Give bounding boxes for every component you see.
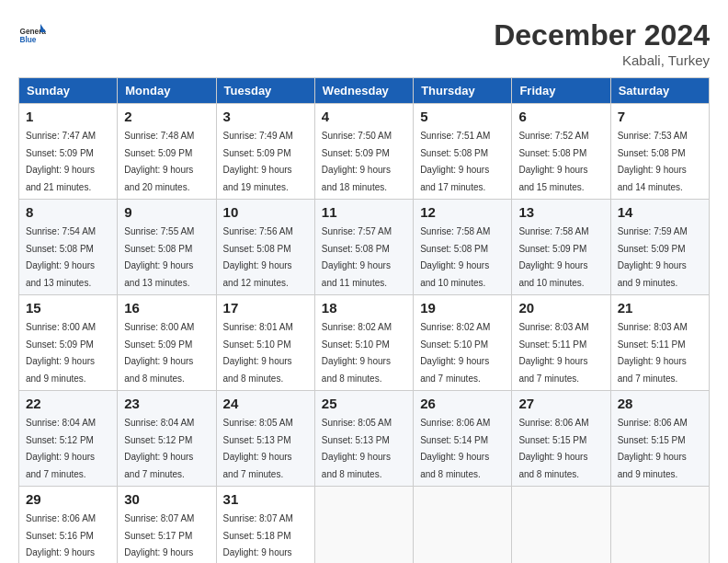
day-number: 4: [322, 109, 406, 124]
day-info: Sunrise: 7:55 AMSunset: 5:08 PMDaylight:…: [124, 226, 194, 288]
day-cell: 1 Sunrise: 7:47 AMSunset: 5:09 PMDayligh…: [19, 104, 118, 200]
day-number: 17: [223, 300, 308, 316]
header-monday: Monday: [118, 78, 216, 104]
day-info: Sunrise: 7:58 AMSunset: 5:09 PMDaylight:…: [518, 226, 588, 288]
calendar-row: 8 Sunrise: 7:54 AMSunset: 5:08 PMDayligh…: [19, 200, 710, 295]
day-number: 3: [223, 109, 308, 124]
day-info: Sunrise: 8:05 AMSunset: 5:13 PMDaylight:…: [322, 418, 392, 479]
day-cell: 21 Sunrise: 8:03 AMSunset: 5:11 PMDaylig…: [610, 295, 709, 391]
day-cell: 10 Sunrise: 7:56 AMSunset: 5:08 PMDaylig…: [216, 200, 314, 295]
calendar-table: Sunday Monday Tuesday Wednesday Thursday…: [18, 77, 710, 563]
calendar-row: 1 Sunrise: 7:47 AMSunset: 5:09 PMDayligh…: [19, 104, 710, 200]
day-cell: 24 Sunrise: 8:05 AMSunset: 5:13 PMDaylig…: [216, 391, 314, 487]
calendar-row: 29 Sunrise: 8:06 AMSunset: 5:16 PMDaylig…: [19, 487, 710, 564]
day-info: Sunrise: 8:00 AMSunset: 5:09 PMDaylight:…: [124, 322, 194, 384]
day-number: 6: [518, 109, 603, 124]
day-info: Sunrise: 7:52 AMSunset: 5:08 PMDaylight:…: [518, 131, 588, 192]
calendar-row: 22 Sunrise: 8:04 AMSunset: 5:12 PMDaylig…: [19, 391, 710, 487]
day-number: 9: [124, 204, 209, 220]
day-number: 31: [223, 491, 308, 507]
day-number: 8: [26, 204, 110, 220]
day-cell: 17 Sunrise: 8:01 AMSunset: 5:10 PMDaylig…: [216, 295, 314, 391]
day-number: 12: [420, 204, 505, 220]
day-info: Sunrise: 7:48 AMSunset: 5:09 PMDaylight:…: [124, 131, 194, 192]
day-number: 29: [26, 491, 110, 507]
day-info: Sunrise: 8:03 AMSunset: 5:11 PMDaylight:…: [518, 322, 588, 384]
location-subtitle: Kabali, Turkey: [494, 52, 710, 68]
day-number: 27: [518, 396, 603, 411]
day-info: Sunrise: 7:58 AMSunset: 5:08 PMDaylight:…: [420, 226, 490, 288]
day-info: Sunrise: 8:07 AMSunset: 5:17 PMDaylight:…: [124, 513, 194, 563]
calendar-row: 15 Sunrise: 8:00 AMSunset: 5:09 PMDaylig…: [19, 295, 710, 391]
logo: General Blue: [18, 18, 50, 46]
calendar-body: 1 Sunrise: 7:47 AMSunset: 5:09 PMDayligh…: [19, 104, 710, 564]
day-info: Sunrise: 7:54 AMSunset: 5:08 PMDaylight:…: [26, 226, 96, 288]
day-info: Sunrise: 8:04 AMSunset: 5:12 PMDaylight:…: [26, 418, 96, 479]
day-cell: 4 Sunrise: 7:50 AMSunset: 5:09 PMDayligh…: [314, 104, 413, 200]
day-info: Sunrise: 8:02 AMSunset: 5:10 PMDaylight:…: [322, 322, 392, 384]
empty-cell: [414, 487, 512, 564]
day-cell: 9 Sunrise: 7:55 AMSunset: 5:08 PMDayligh…: [118, 200, 216, 295]
day-number: 20: [518, 300, 603, 316]
day-info: Sunrise: 7:59 AMSunset: 5:09 PMDaylight:…: [618, 226, 688, 288]
day-info: Sunrise: 7:49 AMSunset: 5:09 PMDaylight:…: [223, 131, 293, 192]
day-cell: 13 Sunrise: 7:58 AMSunset: 5:09 PMDaylig…: [512, 200, 610, 295]
day-number: 2: [124, 109, 209, 124]
day-cell: 8 Sunrise: 7:54 AMSunset: 5:08 PMDayligh…: [19, 200, 118, 295]
day-cell: 16 Sunrise: 8:00 AMSunset: 5:09 PMDaylig…: [118, 295, 216, 391]
day-cell: 31 Sunrise: 8:07 AMSunset: 5:18 PMDaylig…: [216, 487, 314, 564]
day-number: 21: [618, 300, 702, 316]
day-cell: 3 Sunrise: 7:49 AMSunset: 5:09 PMDayligh…: [216, 104, 314, 200]
header-sunday: Sunday: [19, 78, 118, 104]
day-info: Sunrise: 8:02 AMSunset: 5:10 PMDaylight:…: [420, 322, 490, 384]
header-thursday: Thursday: [414, 78, 512, 104]
day-cell: 14 Sunrise: 7:59 AMSunset: 5:09 PMDaylig…: [610, 200, 709, 295]
day-info: Sunrise: 8:06 AMSunset: 5:14 PMDaylight:…: [420, 418, 490, 479]
day-info: Sunrise: 7:56 AMSunset: 5:08 PMDaylight:…: [223, 226, 293, 288]
header-saturday: Saturday: [610, 78, 709, 104]
day-number: 16: [124, 300, 209, 316]
day-info: Sunrise: 7:51 AMSunset: 5:08 PMDaylight:…: [420, 131, 490, 192]
day-number: 7: [618, 109, 702, 124]
day-info: Sunrise: 7:53 AMSunset: 5:08 PMDaylight:…: [618, 131, 688, 192]
day-cell: 5 Sunrise: 7:51 AMSunset: 5:08 PMDayligh…: [414, 104, 512, 200]
day-number: 11: [322, 204, 406, 220]
header-tuesday: Tuesday: [216, 78, 314, 104]
day-cell: 6 Sunrise: 7:52 AMSunset: 5:08 PMDayligh…: [512, 104, 610, 200]
day-number: 25: [322, 396, 406, 411]
header-friday: Friday: [512, 78, 610, 104]
weekday-header-row: Sunday Monday Tuesday Wednesday Thursday…: [19, 78, 710, 104]
day-info: Sunrise: 7:50 AMSunset: 5:09 PMDaylight:…: [322, 131, 392, 192]
day-number: 14: [618, 204, 702, 220]
day-cell: 29 Sunrise: 8:06 AMSunset: 5:16 PMDaylig…: [19, 487, 118, 564]
day-info: Sunrise: 7:57 AMSunset: 5:08 PMDaylight:…: [322, 226, 392, 288]
empty-cell: [512, 487, 610, 564]
day-number: 28: [618, 396, 702, 411]
day-cell: 27 Sunrise: 8:06 AMSunset: 5:15 PMDaylig…: [512, 391, 610, 487]
day-number: 24: [223, 396, 308, 411]
day-number: 19: [420, 300, 505, 316]
day-info: Sunrise: 7:47 AMSunset: 5:09 PMDaylight:…: [26, 131, 96, 192]
day-cell: 7 Sunrise: 7:53 AMSunset: 5:08 PMDayligh…: [610, 104, 709, 200]
day-number: 26: [420, 396, 505, 411]
day-cell: 22 Sunrise: 8:04 AMSunset: 5:12 PMDaylig…: [19, 391, 118, 487]
empty-cell: [610, 487, 709, 564]
day-number: 23: [124, 396, 209, 411]
day-cell: 2 Sunrise: 7:48 AMSunset: 5:09 PMDayligh…: [118, 104, 216, 200]
title-area: December 2024 Kabali, Turkey: [494, 18, 710, 68]
page-header: General Blue December 2024 Kabali, Turke…: [18, 18, 710, 68]
day-cell: 26 Sunrise: 8:06 AMSunset: 5:14 PMDaylig…: [414, 391, 512, 487]
day-cell: 19 Sunrise: 8:02 AMSunset: 5:10 PMDaylig…: [414, 295, 512, 391]
day-info: Sunrise: 8:06 AMSunset: 5:16 PMDaylight:…: [26, 513, 96, 563]
header-wednesday: Wednesday: [314, 78, 413, 104]
day-info: Sunrise: 8:01 AMSunset: 5:10 PMDaylight:…: [223, 322, 293, 384]
day-info: Sunrise: 8:06 AMSunset: 5:15 PMDaylight:…: [618, 418, 688, 479]
day-number: 1: [26, 109, 110, 124]
day-number: 5: [420, 109, 505, 124]
day-info: Sunrise: 8:00 AMSunset: 5:09 PMDaylight:…: [26, 322, 96, 384]
day-cell: 30 Sunrise: 8:07 AMSunset: 5:17 PMDaylig…: [118, 487, 216, 564]
day-number: 15: [26, 300, 110, 316]
empty-cell: [314, 487, 413, 564]
day-info: Sunrise: 8:06 AMSunset: 5:15 PMDaylight:…: [518, 418, 588, 479]
day-cell: 11 Sunrise: 7:57 AMSunset: 5:08 PMDaylig…: [314, 200, 413, 295]
